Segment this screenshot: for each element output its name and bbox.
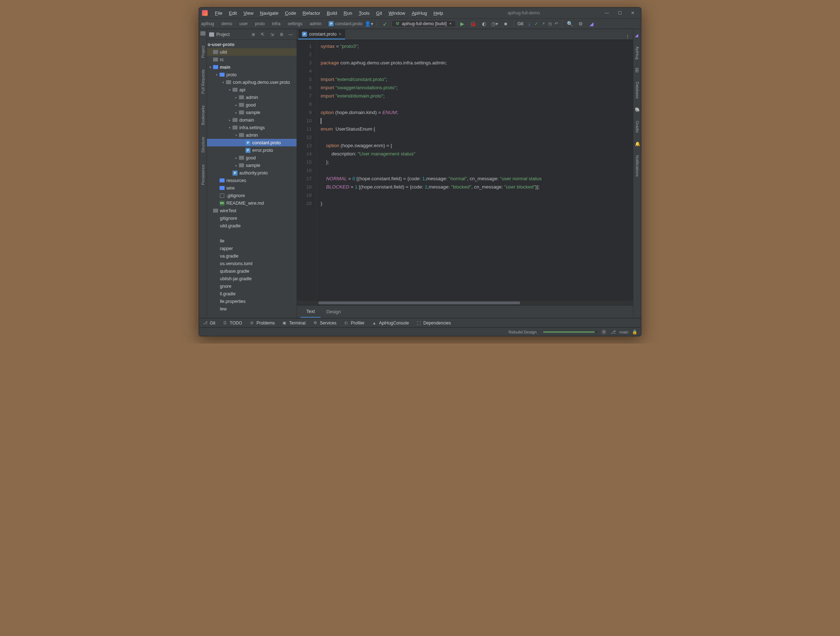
maximize-button[interactable]: ☐ [614,9,625,17]
profile-button[interactable]: ◷▾ [491,19,499,28]
run-config-selector[interactable]: ⚒ apihug-full-demo [build] ▼ [392,20,456,27]
run-button[interactable]: ▶ [458,19,467,28]
tree-item[interactable]: Pconstant.proto [207,139,297,146]
expand-all-icon[interactable]: ⇱ [259,32,266,37]
minimize-button[interactable]: — [602,9,612,17]
commit-icon[interactable]: ✓ [534,21,538,26]
code-area[interactable]: syntax = "proto3";package com.apihug.dem… [317,40,633,301]
tree-item[interactable]: quibase.gradle [207,267,297,275]
push-icon[interactable]: ⭷ [541,21,545,26]
apihug-rail-icon[interactable]: ◢ [635,33,640,38]
history-icon[interactable]: ◷ [548,21,552,26]
tree-item[interactable]: rapper [207,245,297,252]
settings-icon[interactable]: ⚙ [278,32,285,37]
user-icon[interactable]: 👤▾ [365,19,373,28]
gradle-rail-label[interactable]: Gradle [635,120,639,134]
update-project-icon[interactable]: ⭭ [527,21,532,26]
tree-item[interactable]: lew [207,305,297,313]
tree-item[interactable]: uild.gradle [207,222,297,230]
bottom-tool-dependencies[interactable]: ⛶Dependencies [416,321,451,326]
tree-item[interactable]: MDREADME_wire.md [207,199,297,207]
tree-item[interactable]: lle.properties [207,298,297,305]
cancel-task-icon[interactable]: × [602,329,606,335]
gradle-rail-icon[interactable]: 🐘 [635,107,640,112]
tree-item[interactable]: ▾api [207,86,297,93]
bookmarks-tool-label[interactable]: Bookmarks [201,104,205,127]
tree-item[interactable]: ▾infra.settings [207,124,297,131]
tree-item[interactable] [207,230,297,237]
tree-item[interactable]: .gitignore [207,192,297,199]
crumb[interactable]: apihug [201,21,214,26]
menu-navigate[interactable]: Navigate [257,9,281,17]
select-opened-icon[interactable]: ⊕ [250,32,257,37]
tree-item[interactable]: ▾proto [207,71,297,79]
tree-root[interactable]: o-user-proto [208,42,234,47]
tree-item[interactable]: rc [207,56,297,63]
settings-icon[interactable]: ⚙ [576,19,585,28]
menu-run[interactable]: Run [341,9,355,17]
tree-item[interactable]: ▸admin [207,93,297,101]
menu-window[interactable]: Window [386,9,408,17]
close-tab-icon[interactable]: × [339,31,341,37]
bottom-tool-terminal[interactable]: ▣Terminal [282,321,305,326]
stop-button[interactable]: ■ [501,19,510,28]
database-rail-label[interactable]: Database [635,80,639,100]
tree-item[interactable]: ▸domain [207,116,297,124]
tree-item[interactable]: gitignore [207,214,297,222]
tree-item[interactable]: lle [207,237,297,245]
tree-item[interactable]: wireTest [207,207,297,214]
collapse-all-icon[interactable]: ⇲ [268,32,276,37]
tree-item[interactable]: resources [207,176,297,184]
menu-apihug[interactable]: ApiHug [409,9,430,17]
menu-code[interactable]: Code [282,9,299,17]
code-editor[interactable]: 1234567891011121314151617181920 syntax =… [297,40,633,301]
menu-file[interactable]: File [212,9,225,17]
hide-panel-icon[interactable]: — [287,32,294,37]
horizontal-scrollbar[interactable] [297,301,633,305]
close-button[interactable]: ✕ [627,9,638,17]
menu-build[interactable]: Build [324,9,340,17]
lock-icon[interactable]: 🔒 [632,329,637,335]
bottom-tool-git[interactable]: ⎇Git [203,321,215,326]
tree-item[interactable]: uild [207,48,297,56]
structure-tool-label[interactable]: Structure [201,135,205,154]
subtab-design[interactable]: Design [321,306,347,317]
crumb[interactable]: admin [309,21,321,26]
breadcrumbs[interactable]: apihug〉demo〉user〉proto〉infra〉settings〉ad… [201,21,362,27]
tree-item[interactable]: wire [207,184,297,192]
branch-icon[interactable]: ⎇ [611,329,616,335]
tree-item[interactable]: os.versions.toml [207,260,297,267]
persistence-tool-label[interactable]: Persistence [201,163,205,186]
tree-item[interactable]: ublish-jar.gradle [207,275,297,282]
rollback-icon[interactable]: ↶ [554,21,558,26]
tree-item[interactable]: Pauthority.proto [207,169,297,176]
bottom-tool-services[interactable]: ⚙Services [313,321,336,326]
menu-tools[interactable]: Tools [356,9,373,17]
bottom-tool-apihugconsole[interactable]: ▲ApiHugConsole [372,321,409,326]
tab-more-icon[interactable]: ⋮ [625,34,630,39]
menu-refactor[interactable]: Refactor [300,9,323,17]
apihug-rail-label[interactable]: ApiHug [635,45,639,61]
menu-view[interactable]: View [240,9,256,17]
project-tool-label[interactable]: Project [201,44,205,59]
crumb[interactable]: demo [221,21,232,26]
debug-button[interactable]: 🐞 [469,19,478,28]
tree-item[interactable]: ▾admin [207,131,297,139]
tree-item[interactable]: gnore [207,282,297,290]
crumb[interactable]: infra [272,21,280,26]
pullrequests-tool-label[interactable]: Pull Requests [201,68,205,95]
coverage-button[interactable]: ◐ [480,19,488,28]
bottom-tool-profiler[interactable]: ◴Profiler [344,321,365,326]
bottom-tool-problems[interactable]: ⊘Problems [249,321,275,326]
tree-item[interactable]: ▸good [207,154,297,162]
crumb[interactable]: settings [287,21,302,26]
tree-item[interactable]: ▸sample [207,162,297,169]
editor-tab[interactable]: P constant.proto × [298,30,345,39]
menu-help[interactable]: Help [431,9,446,17]
notifications-rail-icon[interactable]: 🔔 [635,142,640,146]
tree-item[interactable]: ▸sample [207,109,297,116]
notifications-rail-label[interactable]: Notifications [635,154,639,178]
tree-item[interactable]: ▾com.apihug.demo.user.proto [207,79,297,86]
crumb-file[interactable]: Pconstant.proto [328,21,362,26]
tree-item[interactable]: ▾main [207,63,297,71]
